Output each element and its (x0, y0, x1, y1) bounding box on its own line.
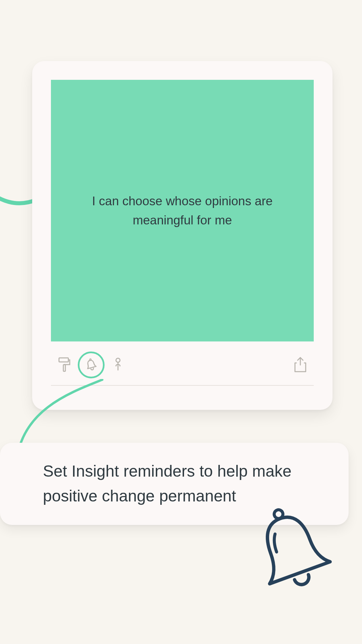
insight-card: I can choose whose opinions are meaningf… (32, 61, 333, 410)
share-button[interactable] (287, 352, 314, 378)
pin-icon (113, 357, 123, 373)
divider (51, 385, 314, 386)
insight-text: I can choose whose opinions are meaningf… (74, 192, 290, 230)
pin-button[interactable] (105, 352, 131, 378)
svg-rect-1 (63, 365, 65, 371)
action-row (51, 345, 314, 385)
callout-text: Set Insight reminders to help make posit… (43, 459, 328, 509)
customize-button[interactable] (51, 352, 78, 378)
svg-point-2 (89, 359, 91, 360)
svg-rect-0 (59, 358, 68, 362)
insight-panel: I can choose whose opinions are meaningf… (51, 80, 314, 341)
callout: Set Insight reminders to help make posit… (0, 443, 349, 525)
share-icon (293, 356, 308, 374)
bell-icon (84, 358, 98, 372)
paint-roller-icon (58, 357, 71, 373)
reminder-button[interactable] (78, 352, 105, 378)
svg-point-3 (116, 358, 120, 362)
